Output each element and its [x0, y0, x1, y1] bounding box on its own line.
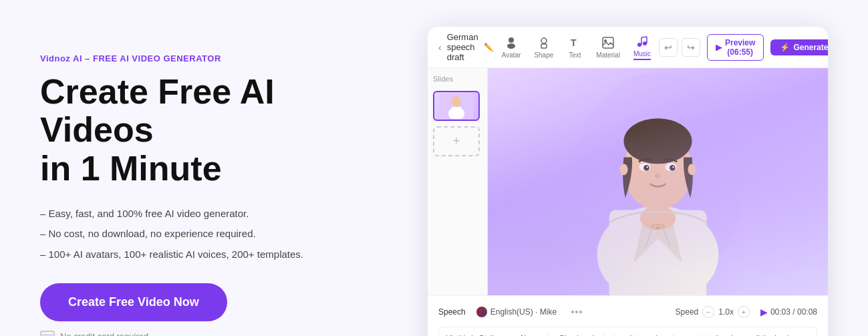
speech-label: Speech [438, 307, 466, 317]
preview-button[interactable]: ▶ Preview (06:55) [707, 34, 764, 61]
title-line1: Create Free AI Videos [40, 72, 275, 149]
no-credit-card-notice: No credit card required [40, 331, 388, 336]
avatar-tool-label: Avatar [502, 51, 521, 59]
play-icon[interactable]: ▶ [760, 307, 768, 317]
material-icon [600, 36, 616, 49]
tool-text[interactable]: T Text [567, 36, 583, 59]
svg-point-12 [643, 41, 647, 45]
toolbar-right: ↩ ↪ ▶ Preview (06:55) ⚡ Generate [659, 34, 828, 61]
toolbar-tools: Avatar Shape T Text [502, 35, 651, 60]
flag-icon [476, 307, 487, 317]
edit-title-icon[interactable]: ✏️ [484, 43, 494, 52]
dot3 [579, 311, 582, 313]
avatar-icon [503, 36, 519, 49]
tool-shape[interactable]: Shape [534, 36, 553, 59]
svg-rect-19 [452, 107, 461, 115]
svg-line-15 [641, 37, 647, 37]
shape-tool-label: Shape [534, 51, 553, 59]
feature-list: – Easy, fast, and 100% free AI video gen… [40, 206, 388, 263]
music-icon [634, 35, 650, 48]
editor-mockup: ‹ German speech draft ✏️ Avatar Shape [428, 27, 828, 336]
feature-item-2: – No cost, no download, no experience re… [40, 226, 388, 242]
feature-item-1: – Easy, fast, and 100% free AI video gen… [40, 206, 388, 222]
speech-text[interactable]: Hi, this is Stella, your AI narrator. Si… [438, 327, 817, 336]
speed-decrease[interactable]: − [702, 306, 714, 318]
preview-play-icon: ▶ [716, 43, 722, 52]
svg-point-6 [541, 38, 547, 43]
tool-material[interactable]: Material [596, 36, 620, 59]
slides-panel: Slides + [428, 68, 488, 295]
svg-rect-9 [603, 37, 613, 48]
speed-value: 1.0x [718, 307, 734, 317]
svg-point-4 [509, 37, 514, 43]
hero-title: Create Free AI Videos in 1 Minute [40, 73, 388, 188]
language-selector[interactable]: English(US) · Mike [476, 307, 557, 317]
material-tool-label: Material [596, 51, 620, 59]
dot1 [571, 311, 574, 313]
time-display: 00:03 / 00:08 [770, 307, 817, 317]
dot2 [575, 311, 578, 313]
canvas-bg-waves [488, 68, 828, 295]
editor-title: German speech draft [447, 32, 478, 62]
cta-button[interactable]: Create Free Video Now [40, 283, 227, 321]
editor-body: Slides + [428, 68, 828, 295]
svg-point-17 [452, 96, 461, 107]
undo-button[interactable]: ↩ [659, 38, 678, 57]
preview-label: Preview (06:55) [725, 38, 755, 57]
add-slide-button[interactable]: + [433, 126, 480, 156]
speech-panel: Speech English(US) · Mike Speed − 1.0x + [428, 295, 828, 336]
speech-top-bar: Speech English(US) · Mike Speed − 1.0x + [438, 303, 817, 321]
slides-label: Slides [433, 75, 482, 83]
speed-control: Speed − 1.0x + [676, 306, 750, 318]
tool-music[interactable]: Music [633, 35, 651, 60]
speed-label: Speed [676, 307, 699, 317]
text-icon: T [567, 36, 583, 49]
generate-button[interactable]: ⚡ Generate [770, 39, 828, 55]
undo-redo-group: ↩ ↪ [659, 38, 700, 57]
svg-point-5 [507, 43, 515, 49]
title-line2: in 1 Minute [40, 149, 222, 188]
redo-button[interactable]: ↪ [682, 38, 700, 57]
svg-rect-7 [541, 44, 547, 48]
language-label: English(US) · Mike [490, 307, 557, 317]
slide-thumb-1[interactable] [433, 91, 480, 121]
svg-text:T: T [571, 37, 577, 48]
canvas-area [488, 68, 828, 295]
back-button[interactable]: ‹ [438, 42, 442, 53]
no-cc-label: No credit card required [60, 331, 148, 336]
svg-point-11 [637, 43, 641, 47]
generate-icon: ⚡ [780, 43, 790, 52]
editor-toolbar: ‹ German speech draft ✏️ Avatar Shape [428, 27, 828, 68]
brand-label: Vidnoz AI – FREE AI VIDEO GENERATOR [40, 53, 388, 63]
text-tool-label: Text [569, 51, 581, 59]
credit-card-icon [40, 331, 55, 336]
shape-icon [536, 36, 552, 49]
generate-label: Generate [793, 43, 828, 52]
music-tool-label: Music [633, 50, 651, 57]
play-time: ▶ 00:03 / 00:08 [760, 307, 817, 317]
speed-increase[interactable]: + [738, 306, 750, 318]
settings-dots[interactable] [567, 303, 586, 321]
tool-avatar[interactable]: Avatar [502, 36, 521, 59]
page-wrapper: Vidnoz AI – FREE AI VIDEO GENERATOR Crea… [0, 0, 868, 336]
left-section: Vidnoz AI – FREE AI VIDEO GENERATOR Crea… [40, 53, 388, 336]
toolbar-left: ‹ German speech draft ✏️ [438, 32, 494, 62]
feature-item-3: – 100+ AI avatars, 100+ realistic AI voi… [40, 247, 388, 263]
